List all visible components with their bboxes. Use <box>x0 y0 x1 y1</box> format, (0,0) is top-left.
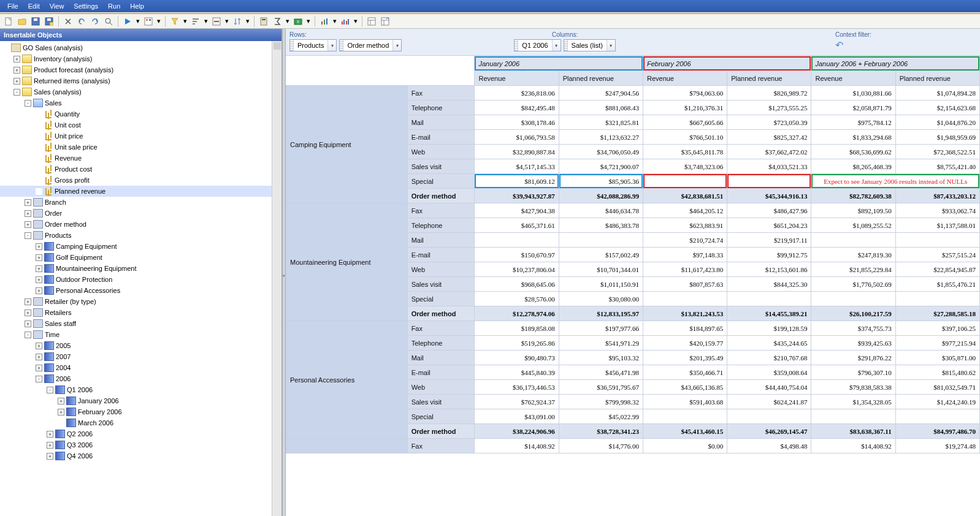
data-cell[interactable] <box>811 233 895 248</box>
expand-icon[interactable]: + <box>36 354 42 360</box>
data-cell[interactable] <box>811 292 895 306</box>
expand-icon[interactable]: + <box>36 343 42 349</box>
data-cell[interactable]: $4,721,900.07 <box>559 159 643 174</box>
data-cell[interactable]: $43,091.00 <box>475 409 559 424</box>
data-cell[interactable]: $197,977.66 <box>559 321 643 336</box>
total-cell[interactable]: $12,278,974.06 <box>475 306 559 321</box>
tree-node[interactable]: +Inventory (analysis) <box>0 53 272 64</box>
menu-edit[interactable]: Edit <box>23 1 45 11</box>
total-cell[interactable]: $39,943,927.87 <box>475 189 559 203</box>
order-method-header[interactable]: Special <box>407 292 475 306</box>
expand-icon[interactable]: + <box>36 276 42 283</box>
data-cell[interactable]: $236,818.06 <box>475 86 559 101</box>
data-cell[interactable]: $881,068.43 <box>559 101 643 115</box>
order-method-header[interactable]: Mail <box>407 351 475 365</box>
data-cell[interactable]: $305,871.00 <box>895 351 979 365</box>
order-method-header[interactable]: Fax <box>407 203 475 218</box>
chart-bar-icon[interactable] <box>318 15 331 28</box>
tree-node[interactable]: +2005 <box>0 340 272 351</box>
total-cell[interactable]: $45,413,460.15 <box>643 424 727 439</box>
data-cell[interactable]: $939,425.63 <box>811 336 895 351</box>
data-cell[interactable]: $85,905.36 <box>559 174 643 189</box>
data-cell[interactable]: $825,327.42 <box>727 130 811 145</box>
data-cell[interactable]: $826,989.72 <box>727 86 811 101</box>
data-cell[interactable]: $1,089,255.52 <box>811 218 895 233</box>
tree-node[interactable]: Revenue <box>0 153 272 164</box>
tree-node[interactable]: +Product forecast (analysis) <box>0 64 272 75</box>
tree-node[interactable]: Unit sale price <box>0 142 272 153</box>
suppress-dropdown-icon[interactable]: ▾ <box>224 15 230 28</box>
data-cell[interactable]: $44,440,754.04 <box>727 380 811 395</box>
data-cell[interactable]: $815,480.62 <box>895 365 979 380</box>
category-header[interactable]: Mountaineering Equipment <box>286 203 408 321</box>
expand-icon[interactable]: + <box>36 365 42 371</box>
tree-node[interactable]: +Order method <box>0 219 272 230</box>
tree-node[interactable]: +Order <box>0 208 272 219</box>
data-cell[interactable]: $99,912.75 <box>727 248 811 262</box>
tree-node[interactable]: -Sales <box>0 97 272 108</box>
data-cell[interactable]: $34,706,050.49 <box>559 145 643 159</box>
summarize-icon[interactable] <box>271 15 283 28</box>
data-cell[interactable]: $81,609.12 <box>475 174 559 189</box>
data-cell[interactable]: $844,325.30 <box>727 277 811 292</box>
measure-header[interactable]: Planned revenue <box>727 71 811 86</box>
data-cell[interactable]: $19,274.48 <box>895 439 979 453</box>
tree-node[interactable]: +Retailer (by type) <box>0 296 272 307</box>
menu-file[interactable]: File <box>2 1 23 11</box>
tree-node[interactable]: +February 2006 <box>0 406 272 417</box>
data-cell[interactable] <box>811 409 895 424</box>
data-cell[interactable]: $1,354,328.05 <box>811 395 895 409</box>
rows-selector-products[interactable]: Products <box>289 39 337 51</box>
order-method-header[interactable]: Web <box>407 145 475 159</box>
expand-icon[interactable]: + <box>36 265 42 272</box>
measure-header[interactable]: Revenue <box>643 71 727 86</box>
sort-dropdown-icon[interactable]: ▾ <box>245 15 251 28</box>
run-icon[interactable] <box>121 15 134 28</box>
data-cell[interactable] <box>643 292 727 306</box>
expand-icon[interactable]: + <box>25 309 31 316</box>
tree-node[interactable]: -Q1 2006 <box>0 384 272 395</box>
data-cell[interactable] <box>727 174 811 189</box>
data-cell[interactable] <box>475 233 559 248</box>
data-cell[interactable]: $10,701,344.01 <box>559 262 643 277</box>
tree-node[interactable]: Quantity <box>0 108 272 120</box>
data-cell[interactable]: $977,215.94 <box>895 336 979 351</box>
data-cell[interactable]: $257,515.24 <box>895 248 979 262</box>
tree-node[interactable]: +2007 <box>0 351 272 362</box>
data-cell[interactable] <box>895 233 979 248</box>
total-cell[interactable]: $45,344,916.13 <box>727 189 811 203</box>
tree-node[interactable]: +Outdoor Protection <box>0 274 272 285</box>
order-method-header[interactable]: E-mail <box>407 365 475 380</box>
data-cell[interactable]: $1,216,376.31 <box>643 101 727 115</box>
expand-icon[interactable]: + <box>36 287 42 294</box>
order-method-header[interactable]: Fax <box>407 439 475 453</box>
total-header[interactable]: Order method <box>407 189 475 203</box>
data-cell[interactable]: $97,148.33 <box>643 248 727 262</box>
total-cell[interactable]: $14,455,389.21 <box>727 306 811 321</box>
chart-grouped-dropdown-icon[interactable]: ▾ <box>353 15 359 28</box>
order-method-header[interactable]: Special <box>407 174 475 189</box>
total-cell[interactable]: $84,997,486.70 <box>895 424 979 439</box>
data-cell[interactable]: $8,755,421.40 <box>895 159 979 174</box>
order-method-header[interactable]: Telephone <box>407 101 475 115</box>
data-cell[interactable]: $95,103.32 <box>559 351 643 365</box>
expand-icon[interactable]: + <box>36 254 42 261</box>
data-cell[interactable]: $968,645.06 <box>475 277 559 292</box>
data-cell[interactable]: $892,109.50 <box>811 203 895 218</box>
measure-header[interactable]: Revenue <box>475 71 559 86</box>
save-icon[interactable] <box>29 15 42 28</box>
data-cell[interactable]: $32,890,887.84 <box>475 145 559 159</box>
summarize-dropdown-icon[interactable]: ▾ <box>285 15 291 28</box>
data-cell[interactable]: $359,008.64 <box>727 365 811 380</box>
tree-node[interactable]: +January 2006 <box>0 395 272 406</box>
expand-icon[interactable]: + <box>47 431 53 438</box>
chart-bar-dropdown-icon[interactable]: ▾ <box>332 15 338 28</box>
category-header[interactable] <box>286 439 408 453</box>
menu-run[interactable]: Run <box>103 1 125 11</box>
tree-node[interactable]: +2004 <box>0 362 272 373</box>
data-cell[interactable]: Expect to see January 2006 results inste… <box>811 174 980 189</box>
order-method-header[interactable]: E-mail <box>407 130 475 145</box>
menu-view[interactable]: View <box>45 1 69 11</box>
tree-node[interactable]: -Products <box>0 230 272 241</box>
data-cell[interactable]: $1,030,881.66 <box>811 86 895 101</box>
